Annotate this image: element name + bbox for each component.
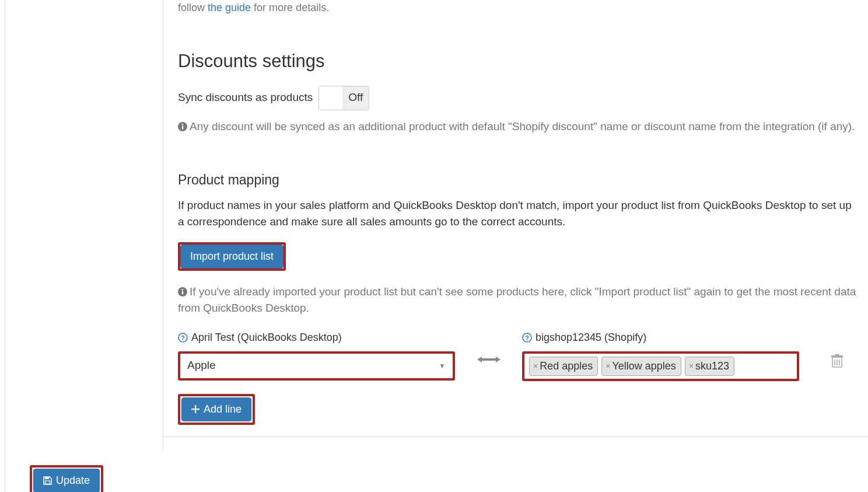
tag-remove-icon[interactable]: × bbox=[533, 360, 538, 372]
add-line-highlight: Add line bbox=[178, 394, 255, 425]
plus-icon bbox=[191, 405, 200, 413]
tag-chip[interactable]: ×sku123 bbox=[685, 357, 734, 376]
guide-link[interactable]: the guide bbox=[208, 2, 251, 13]
tag-remove-icon[interactable]: × bbox=[606, 360, 610, 372]
svg-rect-20 bbox=[191, 409, 200, 410]
shopify-tag-input-highlight: ×Red apples ×Yellow apples ×sku123 bbox=[522, 351, 799, 381]
svg-rect-2 bbox=[182, 126, 183, 130]
qb-product-selected: Apple bbox=[187, 357, 216, 374]
qb-product-select-highlight: Apple ▼ bbox=[178, 351, 455, 381]
update-label: Update bbox=[56, 474, 90, 487]
intro-prefix: follow bbox=[178, 2, 208, 13]
mapping-left-label: April Test (QuickBooks Desktop) bbox=[191, 330, 342, 346]
chevron-down-icon: ▼ bbox=[439, 361, 446, 371]
discounts-settings-title: Discounts settings bbox=[178, 48, 856, 75]
tag-remove-icon[interactable]: × bbox=[689, 360, 694, 372]
info-icon bbox=[178, 122, 187, 131]
shopify-tag-input[interactable]: ×Red apples ×Yellow apples ×sku123 bbox=[524, 354, 797, 379]
svg-rect-15 bbox=[835, 354, 839, 355]
product-mapping-description: If product names in your sales platform … bbox=[178, 197, 856, 231]
svg-point-4 bbox=[182, 289, 184, 291]
svg-marker-9 bbox=[477, 357, 482, 362]
tag-chip[interactable]: ×Red apples bbox=[529, 357, 598, 376]
import-product-list-button[interactable]: Import product list bbox=[180, 245, 284, 268]
svg-marker-10 bbox=[496, 357, 501, 362]
info-icon bbox=[178, 287, 187, 296]
import-note: If you've already imported your product … bbox=[178, 284, 856, 317]
svg-rect-21 bbox=[45, 477, 49, 479]
mapping-right-header: ? bigshop12345 (Shopify) bbox=[522, 330, 799, 346]
discounts-note: Any discount will be synced as an additi… bbox=[178, 118, 856, 135]
toggle-off-label: Off bbox=[342, 86, 369, 110]
mapping-left-header: ? April Test (QuickBooks Desktop) bbox=[178, 330, 455, 346]
delete-row-button[interactable] bbox=[799, 330, 843, 368]
update-highlight: Update bbox=[30, 465, 103, 493]
add-line-button[interactable]: Add line bbox=[181, 397, 251, 421]
tag-chip[interactable]: ×Yellow apples bbox=[601, 357, 681, 376]
sync-discounts-label: Sync discounts as products bbox=[178, 89, 313, 106]
svg-text:?: ? bbox=[181, 334, 185, 341]
svg-rect-5 bbox=[182, 291, 183, 295]
help-icon[interactable]: ? bbox=[178, 333, 188, 343]
update-button[interactable]: Update bbox=[33, 469, 100, 493]
help-icon[interactable]: ? bbox=[522, 333, 532, 343]
save-icon bbox=[43, 476, 52, 485]
sync-discounts-toggle[interactable]: Off bbox=[318, 86, 369, 110]
product-mapping-title: Product mapping bbox=[178, 170, 856, 190]
intro-suffix: for more details. bbox=[251, 2, 329, 13]
import-product-list-highlight: Import product list bbox=[178, 242, 286, 271]
import-product-list-label: Import product list bbox=[190, 250, 274, 263]
intro-paragraph: follow the guide for more details. bbox=[178, 0, 856, 16]
qb-product-select[interactable]: Apple ▼ bbox=[180, 354, 453, 378]
svg-point-1 bbox=[182, 124, 184, 125]
svg-rect-14 bbox=[831, 355, 843, 357]
svg-text:?: ? bbox=[525, 334, 529, 341]
add-line-label: Add line bbox=[204, 403, 242, 416]
mapping-right-label: bigshop12345 (Shopify) bbox=[536, 330, 646, 346]
mapping-arrow-icon bbox=[455, 330, 522, 365]
svg-rect-22 bbox=[46, 481, 50, 484]
